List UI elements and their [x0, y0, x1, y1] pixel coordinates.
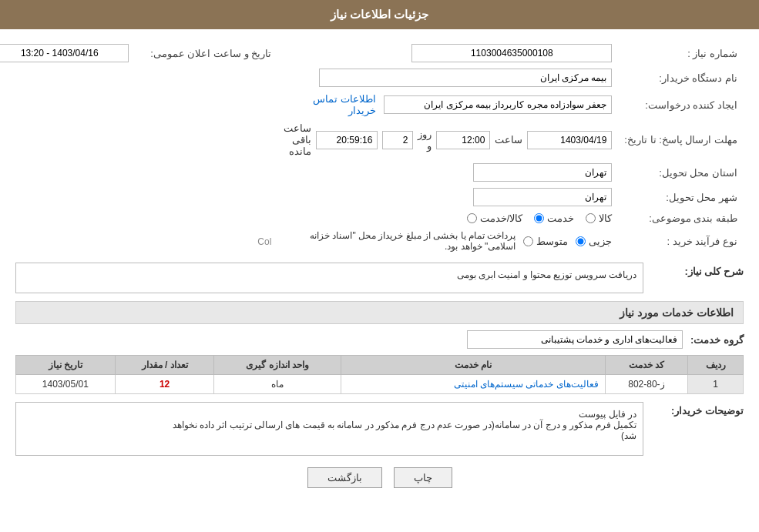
process-radio-medium[interactable]	[523, 236, 533, 246]
category-radio-goods[interactable]	[586, 213, 596, 223]
creator-contact-link[interactable]: اطلاعات تماس خریدار	[284, 93, 376, 116]
col-header-qty: تعداد / مقدار	[115, 356, 214, 375]
category-option-goods[interactable]: کالا	[586, 212, 612, 224]
col-header-unit: واحد اندازه گیری	[214, 356, 341, 375]
process-radio-partial[interactable]	[576, 236, 586, 246]
cell-qty: 12	[115, 375, 214, 394]
cell-date: 1403/05/01	[16, 375, 116, 394]
delivery-province-input[interactable]	[473, 163, 612, 182]
col-header-date: تاریخ نیاز	[16, 356, 116, 375]
back-button[interactable]: بازگشت	[307, 467, 382, 488]
page-title: جزئیات اطلاعات نیاز	[331, 8, 428, 21]
notes-line2: تکمیل فرم مذکور و درج آن در سامانه(در صو…	[22, 420, 636, 430]
cell-service-name: فعالیت‌های خدماتی سیستم‌های امنیتی	[341, 375, 605, 394]
response-days-input[interactable]	[382, 131, 413, 149]
cell-unit: ماه	[214, 375, 341, 394]
response-deadline-label: مهلت ارسال پاسخ: تا تاریخ:	[618, 119, 744, 160]
response-date-input[interactable]	[527, 131, 612, 149]
table-row: 1 ز-80-802 فعالیت‌های خدماتی سیستم‌های ا…	[16, 375, 744, 394]
category-option-service[interactable]: خدمت	[534, 212, 574, 224]
process-type-label: نوع فرآیند خرید :	[618, 227, 744, 255]
category-options: کالا خدمت کالا/خدمت	[277, 209, 618, 227]
response-days-label: روز و	[418, 129, 432, 152]
category-radio-goods-service[interactable]	[467, 213, 477, 223]
creator-value: اطلاعات تماس خریدار	[277, 90, 618, 119]
buyer-station-input[interactable]	[319, 69, 612, 87]
service-group-input[interactable]	[467, 330, 683, 349]
description-value: دریافت سرویس توزیع محتوا و امنیت ابری بو…	[15, 263, 643, 293]
notes-label: توضیحات خریدار:	[651, 402, 744, 417]
process-option-partial[interactable]: جزیی	[576, 236, 612, 247]
buyer-station-value	[277, 65, 618, 90]
notes-content: در فایل پیوست تکمیل فرم مذکور و درج آن د…	[15, 402, 643, 456]
response-deadline-row: ساعت روز و ساعت باقی مانده	[277, 119, 618, 160]
need-number-label: شماره نیاز :	[618, 41, 744, 65]
creator-input[interactable]	[384, 95, 612, 114]
announce-date-value	[0, 41, 135, 65]
notes-line3: شد)	[22, 430, 636, 441]
notes-line1: در فایل پیوست	[22, 409, 636, 420]
print-button[interactable]: چاپ	[394, 467, 452, 488]
description-label: شرح کلی نیاز:	[651, 263, 744, 277]
announce-date-input[interactable]	[0, 44, 129, 62]
response-remaining-label: ساعت باقی مانده	[284, 122, 311, 157]
delivery-city-value	[277, 185, 618, 209]
services-table: ردیف کد خدمت نام خدمت واحد اندازه گیری ت…	[15, 355, 744, 394]
col-text: Col	[257, 236, 271, 247]
response-time-input[interactable]	[436, 131, 490, 149]
delivery-city-input[interactable]	[473, 188, 612, 206]
announce-date-label: تاریخ و ساعت اعلان عمومی:	[135, 41, 277, 65]
process-type-row: جزیی متوسط پرداخت تمام یا بخشی از مبلغ خ…	[277, 227, 618, 255]
creator-label: ایجاد کننده درخواست:	[618, 90, 744, 119]
category-radio-service[interactable]	[534, 213, 544, 223]
button-row: چاپ بازگشت	[15, 467, 744, 500]
cell-row-num: 1	[688, 375, 744, 394]
col-header-code: کد خدمت	[605, 356, 688, 375]
category-option-goods-service[interactable]: کالا/خدمت	[467, 212, 523, 224]
buyer-station-label: نام دستگاه خریدار:	[618, 65, 744, 90]
process-note: پرداخت تمام یا بخشی از مبلغ خریداز محل "…	[284, 230, 516, 252]
page-header: جزئیات اطلاعات نیاز	[0, 0, 759, 29]
col-header-row: ردیف	[688, 356, 744, 375]
category-label: طبقه بندی موضوعی:	[618, 209, 744, 227]
services-section-header: اطلاعات خدمات مورد نیاز	[15, 301, 744, 324]
delivery-province-label: استان محل تحویل:	[618, 160, 744, 185]
delivery-province-value	[277, 160, 618, 185]
process-option-medium[interactable]: متوسط	[523, 236, 568, 247]
need-number-value	[277, 41, 618, 65]
col-header-name: نام خدمت	[341, 356, 605, 375]
response-remaining-input[interactable]	[316, 131, 378, 149]
delivery-city-label: شهر محل تحویل:	[618, 185, 744, 209]
response-time-label: ساعت	[495, 134, 522, 146]
service-group-label: گروه خدمت:	[690, 334, 744, 346]
need-number-input[interactable]	[411, 44, 612, 62]
cell-code: ز-80-802	[605, 375, 688, 394]
